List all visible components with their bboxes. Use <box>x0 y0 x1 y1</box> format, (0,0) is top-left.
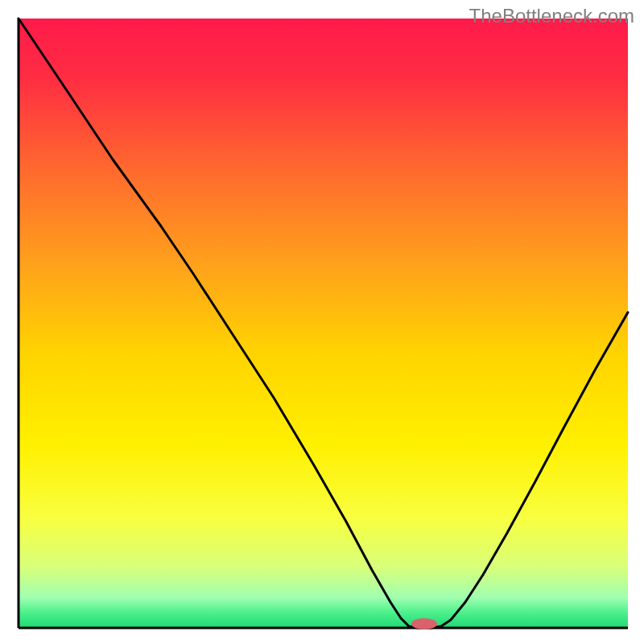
watermark-text: TheBottleneck.com <box>469 5 634 27</box>
bottleneck-chart-svg <box>0 0 644 644</box>
plot-background <box>19 19 628 628</box>
chart-container: TheBottleneck.com <box>0 0 644 644</box>
optimal-marker <box>411 618 437 630</box>
